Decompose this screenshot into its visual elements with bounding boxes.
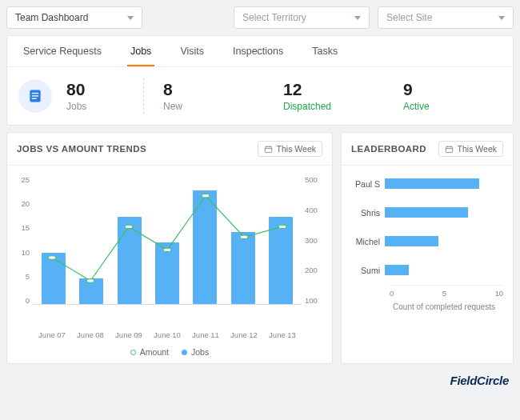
y-left-tick: 25 [17,175,30,184]
view-select-label: Team Dashboard [15,12,88,23]
trends-chart: 2520151050 500400300200100 [17,175,322,327]
x-tick: June 12 [230,330,258,339]
leaderboard-bar-track [385,207,503,218]
leaderboard-bar [385,178,479,189]
y-right-tick: 300 [305,236,322,245]
amount-point [86,279,94,283]
y-left-tick: 20 [17,199,30,208]
tabs: Service Requests Jobs Visits Inspections… [7,36,513,67]
stat-new-label: New [163,101,283,112]
y-right-tick: 200 [305,266,322,274]
tab-tasks[interactable]: Tasks [309,36,341,66]
leaderboard-xlabel: Count of completed requests [385,302,503,311]
leaderboard-period-select[interactable]: This Week [438,141,503,157]
stat-total-value: 80 [66,80,138,98]
leaderboard-panel: LEADERBOARD This Week Paul SShrisMichelS… [341,132,514,364]
y-left-tick: 0 [17,296,30,305]
amount-point [163,248,170,252]
y-left-tick: 15 [17,223,30,232]
leaderboard-name: Sumi [351,266,385,275]
territory-select-label: Select Territory [242,12,306,23]
legend-jobs: Jobs [191,347,209,357]
jobs-dot-icon [182,350,187,355]
tab-service-requests[interactable]: Service Requests [20,36,105,66]
leaderboard-bar [385,207,468,218]
stat-dispatched-label: Dispatched [283,101,403,112]
svg-rect-3 [32,98,37,100]
leaderboard-bar [385,236,438,246]
trends-title: JOBS VS AMOUNT TRENDS [17,144,146,154]
amount-point [278,225,286,229]
stat-active-label: Active [403,101,491,112]
amount-point [125,225,132,229]
tab-inspections[interactable]: Inspections [230,36,286,66]
stat-active-value: 9 [403,80,491,98]
leaderboard-row: Sumi [351,265,503,275]
tab-visits[interactable]: Visits [177,36,207,66]
summary-card: Service Requests Jobs Visits Inspections… [6,35,514,126]
leaderboard-row: Shris [351,207,503,218]
x-axis: June 07June 08June 09June 10June 11June … [17,330,322,339]
trends-legend: Amount Jobs [17,347,322,357]
chevron-down-icon [354,16,361,20]
svg-rect-2 [32,95,38,97]
leaderboard-row: Paul S [351,178,503,189]
x-tick: June 08 [77,330,104,339]
svg-rect-4 [265,146,271,152]
stat-dispatched-value: 12 [283,80,403,98]
amount-line [52,196,282,281]
y-axis-left: 2520151050 [17,175,33,305]
stat-total-label: Jobs [66,101,138,112]
stat-total: 80 Jobs [66,80,138,111]
territory-select[interactable]: Select Territory [234,6,370,29]
amount-point [202,194,209,198]
leaderboard-period-label: This Week [458,144,497,154]
legend-amount: Amount [140,347,169,357]
stat-new: 8 New [163,80,283,111]
y-right-tick: 500 [305,175,322,184]
leaderboard-title: LEADERBOARD [351,144,426,154]
leaderboard-bar-track [385,265,503,275]
x-tick: June 07 [38,330,66,339]
amount-point [48,256,55,260]
leaderboard-x-tick: 0 [390,289,394,298]
leaderboard-name: Shris [351,208,385,218]
svg-rect-1 [32,93,38,94]
trends-panel: JOBS VS AMOUNT TRENDS This Week 25201510… [6,132,333,364]
y-right-tick: 100 [305,296,322,305]
calendar-icon [445,145,454,154]
trends-period-label: This Week [277,144,316,154]
brand-logo: FieldCircle [450,374,509,387]
tab-jobs[interactable]: Jobs [127,36,154,66]
leaderboard-row: Michel [351,236,503,246]
site-select-label: Select Site [386,12,432,23]
leaderboard-x-tick: 10 [494,289,503,298]
x-tick: June 10 [154,330,181,339]
leaderboard-name: Paul S [351,179,385,189]
jobs-icon [18,79,52,113]
leaderboard-rows: Paul SShrisMichelSumi [351,178,503,275]
stat-new-value: 8 [163,80,283,98]
y-left-tick: 5 [17,272,30,281]
stat-active: 9 Active [403,80,491,111]
x-tick: June 11 [192,330,219,339]
calendar-icon [264,145,273,154]
chevron-down-icon [498,16,505,20]
leaderboard-bar [385,265,409,275]
stat-dispatched: 12 Dispatched [283,80,403,111]
site-select[interactable]: Select Site [378,6,514,29]
leaderboard-name: Michel [351,237,385,246]
x-tick: June 09 [115,330,142,339]
x-tick: June 13 [269,330,296,339]
y-right-tick: 400 [305,206,322,214]
leaderboard-bar-track [385,178,503,189]
leaderboard-bar-track [385,236,503,246]
trends-period-select[interactable]: This Week [258,141,322,157]
amount-dot-icon [130,350,136,355]
leaderboard-x-tick: 5 [442,289,446,298]
chevron-down-icon [127,16,134,20]
view-select[interactable]: Team Dashboard [6,6,142,29]
y-axis-right: 500400300200100 [302,175,322,305]
amount-point [240,235,247,239]
leaderboard-x-axis: 0510 [390,285,503,298]
